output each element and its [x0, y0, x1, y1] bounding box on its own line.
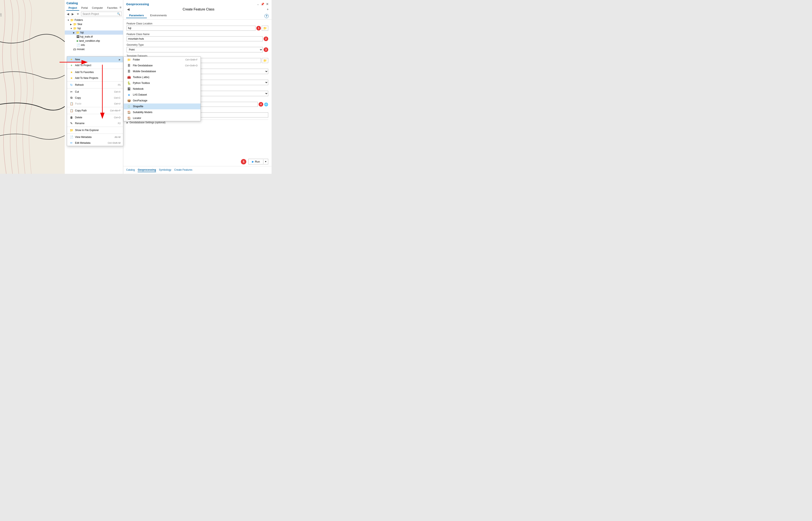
tree-item-5kai[interactable]: ▶ 📁 5kai — [65, 22, 123, 26]
label-geometry: Geometry Type — [127, 43, 268, 46]
geo-help-button[interactable]: ? — [264, 14, 269, 18]
geopackage-icon: 📦 — [127, 99, 131, 102]
context-menu: ✦ New ▶ + Add To Project ★ Add To Favori… — [67, 56, 123, 146]
footer-tab-symbology[interactable]: Symbology — [159, 168, 171, 172]
tree-item-land-condition[interactable]: ■ land_condition.shp — [65, 39, 123, 43]
browse-template-button[interactable]: 📁 — [262, 58, 268, 63]
ctx-item-edit-metadata[interactable]: ✏ Edit Metadata Ctrl+Shift+M — [67, 140, 123, 146]
tree-arrow-folders[interactable]: ▼ — [67, 19, 70, 21]
sub-item-shapefile[interactable]: □ Shapefile — [124, 104, 200, 109]
ctx-sep-4 — [67, 107, 123, 107]
ctx-item-rename[interactable]: ✎ Rename F2 — [67, 120, 123, 126]
sub-item-python-toolbox[interactable]: 🐍 Python Toolbox — [124, 80, 200, 86]
ctx-shortcut-view-metadata: Alt+M — [115, 136, 121, 138]
ctx-label-new: New — [75, 58, 117, 61]
tree-arrow-fuji-parent[interactable]: ▼ — [70, 27, 73, 30]
footer-tab-create-features[interactable]: Create Features — [174, 168, 192, 172]
ctx-item-add-favorites[interactable]: ★ Add To Favorites — [67, 69, 123, 75]
input-name[interactable] — [127, 36, 263, 41]
tree-item-fuji-trails[interactable]: 🖼 fuji_trails.tif — [65, 35, 123, 39]
sub-item-file-gdb[interactable]: 🗄 File Geodatabase Ctrl+Shift+D — [124, 63, 200, 68]
input-row-name: 2 — [127, 36, 268, 41]
ctx-item-view-metadata[interactable]: 📄 View Metadata Alt+M — [67, 134, 123, 140]
sub-label-las: LAS Dataset — [133, 93, 198, 96]
badge-crs: 4 — [259, 102, 263, 107]
geo-add-button[interactable]: + — [267, 7, 269, 11]
tree-label-fuji-parent: fuji — [78, 27, 81, 30]
ctx-item-copy[interactable]: ⧉ Copy Ctrl+C — [67, 95, 123, 101]
tab-favorites[interactable]: Favorites — [105, 6, 120, 10]
tree-arrow-fuji-child[interactable]: ▶ — [73, 31, 76, 34]
input-row-geometry: Point Polygon Polyline Multipoint 3 — [127, 47, 268, 52]
sub-label-shapefile: Shapefile — [133, 105, 198, 108]
tree-item-fuji-child[interactable]: ▶ 📁 fuji — [65, 30, 123, 35]
sub-item-suitability[interactable]: 🏠 Suitability Models — [124, 109, 200, 115]
input-location[interactable] — [127, 26, 256, 31]
sub-item-geopackage[interactable]: 📦 GeoPackage — [124, 98, 200, 104]
tree-arrow-5kai[interactable]: ▶ — [70, 23, 73, 25]
tree-label-land-condition: land_condition.shp — [79, 40, 100, 42]
sub-label-geopackage: GeoPackage — [133, 99, 198, 102]
footer-tab-geoprocessing[interactable]: Geoprocessing — [138, 168, 156, 172]
edit-metadata-icon: ✏ — [69, 141, 73, 144]
tree-label-fuji-trails: fuji_trails.tif — [80, 35, 93, 38]
tab-project[interactable]: Project — [66, 6, 79, 10]
run-dropdown-button[interactable]: ▼ — [263, 159, 268, 164]
tree-label-info: info — [81, 44, 85, 47]
forward-button[interactable]: ▶ — [71, 12, 75, 16]
sub-item-folder[interactable]: 📁 Folder Ctrl+Shift+F — [124, 57, 200, 63]
sub-label-locator: Locator — [133, 117, 198, 119]
tab-portal[interactable]: Portal — [79, 6, 90, 10]
catalog-title: Catalog — [66, 1, 121, 5]
run-label: Run — [255, 160, 260, 163]
back-button[interactable]: ◀ — [66, 12, 70, 16]
footer-tab-catalog[interactable]: Catalog — [126, 168, 135, 172]
close-icon[interactable]: ✕ — [266, 2, 269, 6]
add-new-projects-icon: ★ — [69, 76, 73, 80]
ctx-item-add-new-projects[interactable]: ★ Add To New Projects — [67, 75, 123, 81]
ctx-item-add-to-project[interactable]: + Add To Project — [67, 62, 123, 68]
tree-item-folders[interactable]: ▼ 📁 Folders — [65, 18, 123, 22]
tree-item-fuji-parent[interactable]: ▼ 📁 fuji — [65, 26, 123, 30]
ctx-item-refresh[interactable]: ↻ Refresh F5 — [67, 82, 123, 88]
ctx-item-show-explorer[interactable]: 📁 Show In File Explorer — [67, 127, 123, 133]
svg-text:100: 100 — [0, 13, 2, 17]
sub-item-toolbox[interactable]: 🧰 Toolbox (.atbx) — [124, 74, 200, 80]
geo-back-button[interactable]: ◀ — [126, 7, 130, 12]
sub-item-notebook[interactable]: 📓 Notebook — [124, 86, 200, 92]
sub-label-folder: Folder — [133, 58, 184, 61]
filter-button[interactable]: ⏷ — [76, 12, 80, 16]
geo-panel-name: Geoprocessing — [126, 2, 149, 6]
select-geometry[interactable]: Point Polygon Polyline Multipoint — [127, 47, 263, 52]
ctx-item-copy-path[interactable]: 📋 Copy Path Ctrl+Alt+P — [67, 108, 123, 114]
notebook-icon: 📓 — [127, 87, 131, 91]
geo-tool-title: Create Feature Class — [132, 7, 265, 11]
pin-icon[interactable]: 📌 — [261, 2, 264, 6]
tree-item-mosaic[interactable]: 🗃 mosaic — [65, 47, 123, 51]
badge-geometry: 3 — [264, 47, 268, 52]
sub-item-locator[interactable]: 🏠 Locator — [124, 115, 200, 121]
toolbox-icon: 🧰 — [127, 75, 131, 79]
ctx-shortcut-delete: Ctrl+D — [114, 116, 121, 119]
tree-item-info[interactable]: 📄 info — [65, 43, 123, 47]
ctx-item-delete[interactable]: 🗑 Delete Ctrl+D — [67, 115, 123, 120]
catalog-menu-icon[interactable]: ≡ — [120, 6, 121, 10]
copy-icon: ⧉ — [69, 96, 73, 99]
sub-item-mobile-gdb[interactable]: 🗄 Mobile Geodatabase — [124, 68, 200, 74]
tab-computer[interactable]: Computer — [90, 6, 105, 10]
minimize-icon[interactable]: ⌄ — [257, 3, 259, 6]
ctx-item-new[interactable]: ✦ New ▶ — [67, 56, 123, 62]
form-group-geometry: Geometry Type Point Polygon Polyline Mul… — [127, 43, 268, 52]
geo-tab-environments[interactable]: Environments — [147, 13, 170, 18]
tree-label-fuji-child: fuji — [81, 31, 84, 34]
svg-rect-0 — [0, 0, 65, 174]
run-button[interactable]: ▶ Run — [249, 159, 263, 164]
globe-button[interactable]: 🌐 — [264, 103, 268, 107]
geo-tab-parameters[interactable]: Parameters — [126, 13, 147, 18]
ctx-item-cut[interactable]: ✂ Cut Ctrl+X — [67, 89, 123, 95]
search-input[interactable] — [83, 13, 117, 16]
add-project-icon: + — [69, 64, 73, 67]
mobile-gdb-icon: 🗄 — [127, 70, 131, 73]
browse-location-button[interactable]: 📁 — [262, 26, 268, 31]
sub-item-las[interactable]: ◈ LAS Dataset — [124, 92, 200, 98]
